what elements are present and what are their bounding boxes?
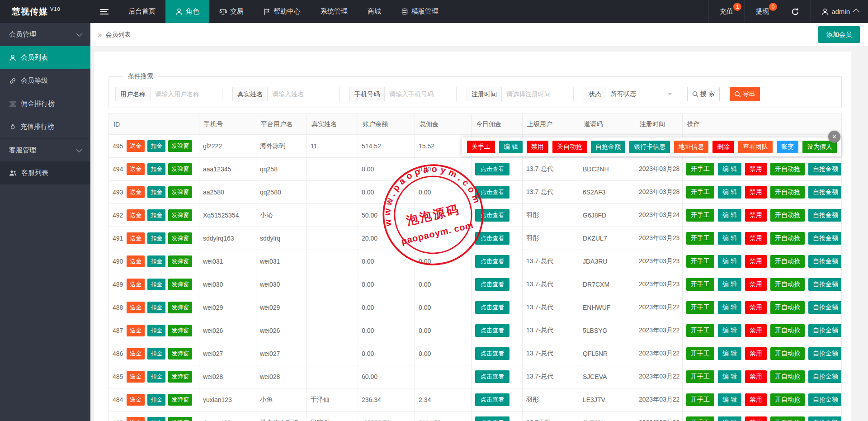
开自动抢-button[interactable]: 开自动抢 <box>770 416 805 421</box>
编辑-button[interactable]: 编 辑 <box>718 163 741 175</box>
发弹窗-button[interactable]: 发弹窗 <box>168 186 192 198</box>
nav-item-帮助中心[interactable]: 帮助中心 <box>254 0 311 23</box>
禁用-button[interactable]: 禁用 <box>745 324 767 337</box>
view-commission-button[interactable]: 点击查看 <box>475 416 509 421</box>
开手工-button[interactable]: 开手工 <box>686 186 714 199</box>
扣金-button[interactable]: 扣金 <box>147 209 165 221</box>
开手工-button[interactable]: 开手工 <box>686 416 714 421</box>
view-commission-button[interactable]: 点击查看 <box>475 163 509 175</box>
编辑-button[interactable]: 编 辑 <box>718 370 741 383</box>
开手工-button[interactable]: 开手工 <box>686 347 714 360</box>
view-commission-button[interactable]: 点击查看 <box>475 301 509 314</box>
发弹窗-button[interactable]: 发弹窗 <box>168 302 192 313</box>
禁用-button[interactable]: 禁用 <box>745 301 767 314</box>
发弹窗-button[interactable]: 发弹窗 <box>168 140 192 152</box>
禁用-button[interactable]: 禁用 <box>745 255 767 268</box>
送金-button[interactable]: 送金 <box>127 394 145 406</box>
送金-button[interactable]: 送金 <box>127 209 145 221</box>
开自动抢-button[interactable]: 开自动抢 <box>770 370 805 383</box>
发弹窗-button[interactable]: 发弹窗 <box>168 279 192 290</box>
开自动抢-button[interactable]: 开自动抢 <box>770 393 805 406</box>
禁用-button[interactable]: 禁用 <box>745 278 767 291</box>
送金-button[interactable]: 送金 <box>127 140 145 152</box>
发弹窗-button[interactable]: 发弹窗 <box>168 209 192 221</box>
编辑-button[interactable]: 编 辑 <box>718 347 741 360</box>
编辑-button[interactable]: 编 辑 <box>718 301 741 314</box>
编辑-button[interactable]: 编 辑 <box>718 186 741 199</box>
发弹窗-button[interactable]: 发弹窗 <box>168 394 192 406</box>
发弹窗-button[interactable]: 发弹窗 <box>168 417 192 421</box>
送金-button[interactable]: 送金 <box>127 232 145 244</box>
自抢金额-button[interactable]: 自抢金额 <box>808 370 842 383</box>
view-commission-button[interactable]: 点击查看 <box>475 186 509 199</box>
编辑-button[interactable]: 编 辑 <box>718 255 741 268</box>
发弹窗-button[interactable]: 发弹窗 <box>168 255 192 267</box>
禁用-button[interactable]: 禁用 <box>745 347 767 360</box>
编辑-button[interactable]: 编 辑 <box>718 393 741 406</box>
开自动抢-button[interactable]: 开自动抢 <box>770 232 805 245</box>
扣金-button[interactable]: 扣金 <box>147 371 165 383</box>
扣金-button[interactable]: 扣金 <box>147 140 165 152</box>
扣金-button[interactable]: 扣金 <box>147 348 165 360</box>
扣金-button[interactable]: 扣金 <box>147 186 165 198</box>
禁用-button[interactable]: 禁用 <box>745 416 767 421</box>
禁用-button[interactable]: 禁用 <box>745 163 767 175</box>
送金-button[interactable]: 送金 <box>127 186 145 198</box>
开自动抢-button[interactable]: 开自动抢 <box>770 301 805 314</box>
删除-button[interactable]: 删除 <box>712 141 734 153</box>
发弹窗-button[interactable]: 发弹窗 <box>168 232 192 244</box>
关自动抢-button[interactable]: 关自动抢 <box>552 141 587 153</box>
扣金-button[interactable]: 扣金 <box>147 417 165 421</box>
view-commission-button[interactable]: 点击查看 <box>475 393 509 406</box>
开自动抢-button[interactable]: 开自动抢 <box>770 324 805 337</box>
自抢金额-button[interactable]: 自抢金额 <box>808 393 842 406</box>
送金-button[interactable]: 送金 <box>127 279 145 290</box>
查看团队-button[interactable]: 查看团队 <box>738 141 773 153</box>
sidebar-item-充值排行榜[interactable]: 充值排行榜 <box>0 115 90 138</box>
开自动抢-button[interactable]: 开自动抢 <box>770 209 805 222</box>
view-commission-button[interactable]: 点击查看 <box>475 278 509 291</box>
自抢金额-button[interactable]: 自抢金额 <box>808 232 842 245</box>
扣金-button[interactable]: 扣金 <box>147 279 165 290</box>
nav-item-系统管理[interactable]: 系统管理 <box>311 0 358 23</box>
phone-field[interactable] <box>384 87 457 101</box>
禁用-button[interactable]: 禁用 <box>745 232 767 245</box>
编辑-button[interactable]: 编 辑 <box>718 209 741 222</box>
search-button[interactable]: 搜 索 <box>687 87 720 101</box>
popup-close-button[interactable]: × <box>828 131 840 143</box>
user-menu[interactable]: admin <box>810 0 868 23</box>
view-commission-button[interactable]: 点击查看 <box>475 347 509 360</box>
扣金-button[interactable]: 扣金 <box>147 325 165 336</box>
自抢金额-button[interactable]: 自抢金额 <box>808 209 842 222</box>
开自动抢-button[interactable]: 开自动抢 <box>770 347 805 360</box>
送金-button[interactable]: 送金 <box>127 417 145 421</box>
扣金-button[interactable]: 扣金 <box>147 302 165 313</box>
禁用-button[interactable]: 禁用 <box>745 186 767 199</box>
自抢金额-button[interactable]: 自抢金额 <box>808 347 842 360</box>
禁用-button[interactable]: 禁用 <box>745 209 767 222</box>
送金-button[interactable]: 送金 <box>127 371 145 383</box>
view-commission-button[interactable]: 点击查看 <box>475 209 509 222</box>
扣金-button[interactable]: 扣金 <box>147 163 165 175</box>
nav-item-后台首页[interactable]: 后台首页 <box>118 0 165 23</box>
开自动抢-button[interactable]: 开自动抢 <box>770 163 805 175</box>
sidebar-item-会员等级[interactable]: 会员等级 <box>0 69 90 92</box>
发弹窗-button[interactable]: 发弹窗 <box>168 371 192 383</box>
view-commission-button[interactable]: 点击查看 <box>475 324 509 337</box>
开手工-button[interactable]: 开手工 <box>686 393 714 406</box>
nav-item-交易[interactable]: 交易 <box>209 0 254 23</box>
送金-button[interactable]: 送金 <box>127 348 145 360</box>
自抢金额-button[interactable]: 自抢金额 <box>808 416 842 421</box>
nav-item-角色[interactable]: 角色 <box>165 0 209 23</box>
自抢金额-button[interactable]: 自抢金额 <box>591 141 625 153</box>
nav-item-商城[interactable]: 商城 <box>358 0 391 23</box>
发弹窗-button[interactable]: 发弹窗 <box>168 163 192 175</box>
发弹窗-button[interactable]: 发弹窗 <box>168 325 192 336</box>
开手工-button[interactable]: 开手工 <box>686 163 714 175</box>
开手工-button[interactable]: 开手工 <box>686 370 714 383</box>
自抢金额-button[interactable]: 自抢金额 <box>808 255 842 268</box>
add-member-button[interactable]: 添加会员 <box>818 26 860 43</box>
sidebar-item-客服列表[interactable]: 客服列表 <box>0 161 90 184</box>
编辑-button[interactable]: 编 辑 <box>718 416 741 421</box>
开自动抢-button[interactable]: 开自动抢 <box>770 186 805 199</box>
